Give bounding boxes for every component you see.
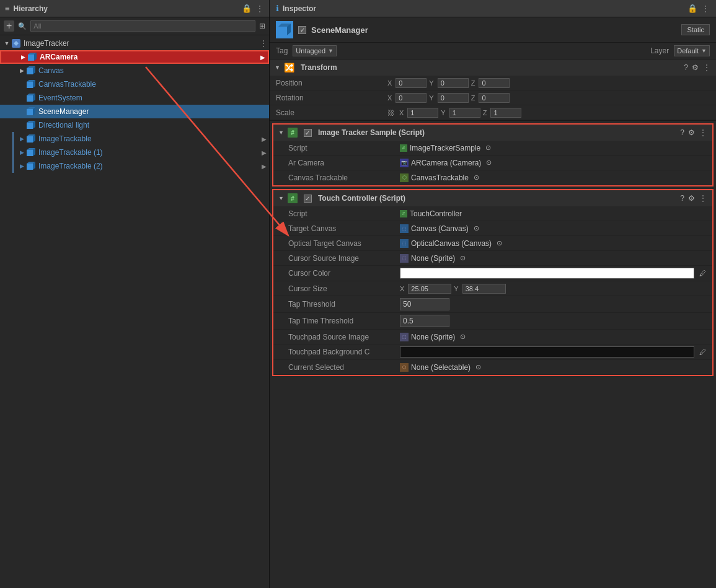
eye-icon-opticalcanvas[interactable]: ⊙ bbox=[497, 239, 502, 247]
tap-threshold-input[interactable] bbox=[400, 298, 449, 310]
static-button[interactable]: Static bbox=[681, 24, 710, 35]
image-tracker-settings-icon[interactable]: ⚙ bbox=[688, 128, 695, 137]
touch-controller-arrow: ▼ bbox=[278, 195, 284, 201]
touch-controller-section: ▼ # Touch Controller (Script) ? ⚙ ⋮ Scri… bbox=[272, 189, 714, 376]
tag-value: Untagged bbox=[296, 47, 325, 55]
cube-icon-imagetrackable bbox=[26, 134, 36, 144]
hamburger-icon: ≡ bbox=[5, 4, 10, 13]
image-tracker-more-icon[interactable]: ⋮ bbox=[699, 128, 707, 138]
svg-rect-18 bbox=[27, 136, 33, 143]
tap-threshold-row: Tap Threshold bbox=[273, 296, 712, 313]
optical-canvas-label: Optical Target Canvas bbox=[288, 239, 400, 248]
eye-icon-cursorcolor[interactable]: 🖊 bbox=[699, 270, 706, 277]
target-canvas-value-container: ⬚ Canvas (Canvas) ⊙ bbox=[400, 224, 706, 233]
eye-icon-canvastrackable[interactable]: ⊙ bbox=[474, 173, 479, 182]
touch-help-icon[interactable]: ? bbox=[680, 194, 684, 203]
transform-help-icon[interactable]: ? bbox=[684, 63, 688, 72]
eye-icon-currentselected[interactable]: ⊙ bbox=[475, 363, 481, 371]
tap-time-threshold-row: Tap Time Threshold bbox=[273, 313, 712, 330]
tree-label-scenemanager: SceneManager bbox=[38, 107, 89, 116]
touchpad-bg-label: Touchpad Background C bbox=[288, 348, 400, 356]
touchpad-bg-swatch[interactable] bbox=[400, 346, 694, 358]
image-tracker-help-icon[interactable]: ? bbox=[680, 128, 684, 137]
eye-icon-imagetracker[interactable]: ⊙ bbox=[485, 144, 491, 152]
add-button[interactable]: + bbox=[4, 20, 14, 32]
eye-icon-arcamera[interactable]: ⊙ bbox=[486, 159, 492, 167]
eye-icon-targetcanvas[interactable]: ⊙ bbox=[474, 224, 479, 232]
cursor-size-x[interactable] bbox=[408, 284, 451, 294]
rotation-y[interactable] bbox=[438, 93, 469, 103]
transform-settings-icon[interactable]: ⚙ bbox=[692, 63, 699, 72]
arrow-arcamera: ▶ bbox=[19, 54, 27, 60]
touch-controller-header[interactable]: ▼ # Touch Controller (Script) ? ⚙ ⋮ bbox=[273, 190, 712, 206]
canvas-ref-icon: ⬡ bbox=[400, 173, 409, 182]
tree-label-canvas: Canvas bbox=[38, 66, 64, 75]
hierarchy-header: ≡ Hierarchy 🔒 ⋮ bbox=[0, 0, 269, 17]
ar-camera-label: Ar Camera bbox=[288, 159, 400, 167]
image-tracker-header[interactable]: ▼ # Image Tracker Sample (Script) ? ⚙ ⋮ bbox=[273, 125, 712, 141]
cursor-size-y[interactable] bbox=[462, 284, 506, 294]
hash-icon-imagetracker: # bbox=[288, 128, 298, 138]
selectable-icon: ⬡ bbox=[400, 363, 409, 372]
tag-dropdown-arrow: ▼ bbox=[328, 48, 334, 54]
position-y[interactable] bbox=[438, 78, 469, 88]
cursor-color-swatch[interactable] bbox=[400, 268, 694, 279]
touch-controller-checkbox[interactable] bbox=[304, 195, 312, 203]
more-options-inspector[interactable]: ⋮ bbox=[701, 4, 710, 14]
transform-more-icon[interactable]: ⋮ bbox=[702, 63, 711, 72]
tree-item-scenemanager[interactable]: SceneManager bbox=[0, 105, 269, 118]
touch-settings-icon[interactable]: ⚙ bbox=[688, 194, 695, 203]
search-input[interactable] bbox=[30, 20, 255, 32]
tag-dropdown[interactable]: Untagged ▼ bbox=[293, 45, 337, 56]
transform-header[interactable]: ▼ 🔀 Transform ? ⚙ ⋮ bbox=[270, 59, 716, 76]
eye-icon-touchpadsource[interactable]: ⊙ bbox=[460, 333, 466, 341]
tree-item-imagetrackable1[interactable]: ▶ ImageTrackable (1) ▶ bbox=[0, 146, 269, 159]
context-menu-imagetracker[interactable]: ⋮ bbox=[259, 38, 268, 48]
rotation-z[interactable] bbox=[479, 93, 510, 103]
lock-icon-inspector[interactable]: 🔒 bbox=[687, 4, 697, 13]
go-active-checkbox[interactable] bbox=[298, 26, 306, 34]
more-options-icon[interactable]: ⋮ bbox=[255, 4, 264, 14]
scale-z[interactable] bbox=[490, 108, 521, 118]
layer-dropdown-arrow: ▼ bbox=[701, 48, 707, 54]
tree-item-imagetrackable[interactable]: ▶ ImageTrackable ▶ bbox=[0, 132, 269, 146]
tree-item-directionallight[interactable]: Directional light bbox=[0, 118, 269, 132]
filter-icon[interactable]: ⊞ bbox=[259, 22, 265, 30]
hierarchy-title: Hierarchy bbox=[14, 4, 48, 13]
script-icon-touch: # bbox=[400, 210, 407, 217]
tree-label-imagetrackable2: ImageTrackable (2) bbox=[38, 162, 103, 170]
svg-rect-0 bbox=[28, 55, 34, 61]
tree-item-arcamera[interactable]: ▶ ARCamera ▶ bbox=[0, 50, 269, 64]
tree-item-imagetracker[interactable]: ▼ ImageTracker ⋮ bbox=[0, 37, 269, 50]
eye-icon-cursorsource[interactable]: ⊙ bbox=[460, 254, 466, 262]
tree-item-eventsystem[interactable]: EventSystem bbox=[0, 91, 269, 105]
arrow-imagetracker: ▼ bbox=[2, 40, 11, 46]
tap-time-threshold-label: Tap Time Threshold bbox=[288, 317, 400, 325]
position-z[interactable] bbox=[479, 78, 510, 88]
optical-canvas-value-container: ⬚ OpticalCanvas (Canvas) ⊙ bbox=[400, 239, 706, 248]
svg-rect-9 bbox=[27, 95, 33, 102]
svg-rect-21 bbox=[27, 150, 33, 156]
rotation-x[interactable] bbox=[396, 93, 427, 103]
touchpad-bg-value-container: 🖊 bbox=[400, 346, 706, 358]
touch-script-value: TouchController bbox=[410, 209, 462, 218]
eye-icon-touchpadbg[interactable]: 🖊 bbox=[699, 348, 706, 356]
tree-item-imagetrackable2[interactable]: ▶ ImageTrackable (2) ▶ bbox=[0, 159, 269, 173]
cube-icon-arcamera bbox=[27, 52, 37, 62]
tap-time-threshold-input[interactable] bbox=[400, 315, 449, 327]
cursor-color-row: Cursor Color 🖊 bbox=[273, 266, 712, 281]
tree-item-canvastrackable[interactable]: CanvasTrackable bbox=[0, 77, 269, 91]
position-x[interactable] bbox=[396, 78, 427, 88]
position-values: X Y Z bbox=[387, 78, 710, 88]
image-tracker-checkbox[interactable] bbox=[304, 129, 312, 137]
transform-section: ▼ 🔀 Transform ? ⚙ ⋮ Position X Y bbox=[270, 59, 716, 121]
canvas-trackable-value-container: ⬡ CanvasTrackable ⊙ bbox=[400, 173, 706, 182]
cursor-size-values: X Y bbox=[400, 284, 706, 294]
lock-icon[interactable]: 🔒 bbox=[242, 4, 252, 13]
right-arrow-imagetrackable1: ▶ bbox=[262, 149, 267, 156]
touch-more-icon[interactable]: ⋮ bbox=[699, 193, 707, 203]
layer-dropdown[interactable]: Default ▼ bbox=[674, 45, 710, 56]
tree-item-canvas[interactable]: ▶ Canvas bbox=[0, 64, 269, 77]
scale-x[interactable] bbox=[407, 108, 438, 118]
scale-y[interactable] bbox=[449, 108, 480, 118]
